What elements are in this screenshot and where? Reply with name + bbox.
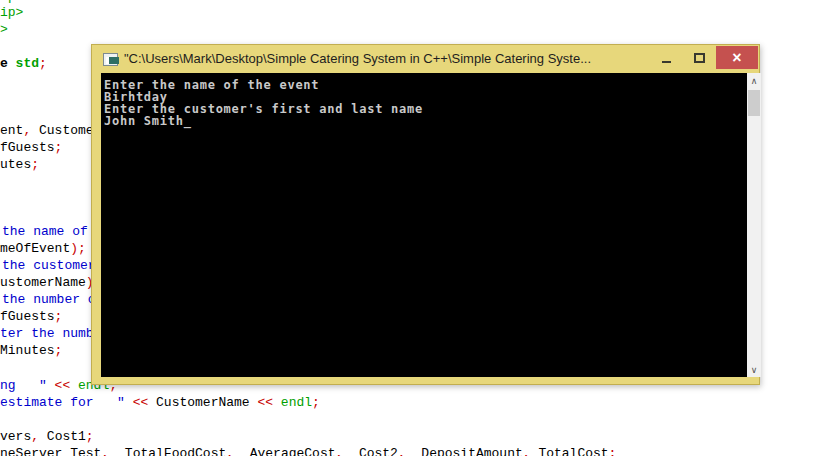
code-line: e std; [0, 55, 47, 72]
minimize-button[interactable] [650, 46, 683, 69]
code-segment: TotalCost [531, 446, 609, 456]
scrollbar[interactable]: ∧ ∨ [747, 73, 761, 377]
code-segment: ip> [0, 5, 23, 20]
code-segment: ustomerName [0, 275, 86, 290]
maximize-button[interactable] [683, 46, 716, 69]
code-segment: Cost2 [343, 446, 398, 456]
scrollbar-thumb[interactable] [748, 90, 760, 116]
code-segment: ter the numb [0, 326, 94, 341]
code-segment: , [31, 429, 39, 444]
code-segment: << [257, 395, 280, 410]
code-segment: ; [55, 343, 63, 358]
code-line: the customer [2, 257, 96, 274]
code-segment: e [0, 56, 16, 71]
code-segment: << [133, 395, 156, 410]
code-segment: ng " [0, 378, 55, 393]
code-segment: , [523, 446, 531, 456]
chevron-up-icon: ∧ [751, 76, 758, 86]
code-segment: meOfEvent [0, 241, 70, 256]
code-segment: , [226, 446, 234, 456]
code-line: vers, Cost1; [0, 428, 94, 445]
code-segment: fGuests [0, 309, 55, 324]
scrollbar-up-button[interactable]: ∧ [747, 73, 761, 88]
console-line: Enter the customer's first and last name [104, 103, 747, 115]
code-segment: CustomerName [156, 395, 257, 410]
code-line: the name of [2, 223, 96, 240]
code-segment: vers [0, 429, 31, 444]
console-app-icon [103, 53, 118, 66]
code-segment: ; [39, 56, 47, 71]
maximize-icon [694, 53, 705, 63]
code-line: neServer Test, TotalFoodCost, AverageCos… [0, 445, 616, 456]
console-app-icon-glyph [106, 57, 119, 64]
chevron-down-icon: ∨ [751, 365, 758, 375]
close-icon: × [732, 50, 741, 66]
code-line: ter the numb [0, 325, 94, 342]
code-line: Minutes; [0, 342, 62, 359]
console-cursor: _ [184, 114, 192, 128]
code-segment: << [55, 378, 78, 393]
code-segment: the name of [2, 224, 96, 239]
code-segment: AverageCost [234, 446, 335, 456]
code-segment: fGuests [0, 140, 55, 155]
code-line: ustomerName); [0, 274, 101, 291]
window-title: "C:\Users\Mark\Desktop\Simple Catering S… [124, 51, 591, 66]
code-line: the number o [2, 291, 96, 308]
code-line: utes; [0, 156, 39, 173]
code-line: estimate for " << CustomerName << endl; [0, 394, 320, 411]
close-button[interactable]: × [716, 46, 758, 69]
code-segment: neServer Test [0, 446, 101, 456]
code-segment: std [16, 56, 39, 71]
code-segment: > [0, 22, 8, 37]
code-line: meOfEvent); [0, 240, 86, 257]
console-input-echo: John Smith [104, 114, 184, 128]
console-output[interactable]: Enter the name of the event Birhtday Ent… [101, 73, 747, 377]
code-line: > [0, 21, 8, 38]
code-segment: Minutes [0, 343, 55, 358]
scrollbar-down-button[interactable]: ∨ [747, 362, 761, 377]
console-title-bar[interactable]: "C:\Users\Mark\Desktop\Simple Catering S… [92, 45, 759, 73]
code-segment: DepositAmount [406, 446, 523, 456]
code-segment: ; [31, 157, 39, 172]
code-segment: Cost1 [39, 429, 86, 444]
code-segment: ; [312, 395, 320, 410]
code-line: fGuests; [0, 308, 62, 325]
console-line: Enter the name of the event [104, 79, 747, 91]
code-line: ip> [0, 4, 23, 21]
code-segment: , [398, 446, 406, 456]
window-controls: × [650, 46, 758, 69]
code-segment: utes [0, 157, 31, 172]
code-segment: ; [86, 429, 94, 444]
code-segment: ; [609, 446, 617, 456]
minimize-icon [662, 61, 671, 63]
code-segment: estimate for " [0, 395, 133, 410]
code-segment: ent [0, 123, 23, 138]
code-segment: ); [70, 241, 86, 256]
screen: p>ip>>e std;ent, CustomerfGuests;utes;th… [0, 0, 840, 456]
code-segment: TotalFoodCost [109, 446, 226, 456]
code-segment: endl [281, 395, 312, 410]
code-segment: the number o [2, 292, 96, 307]
console-line: John Smith_ [104, 115, 747, 127]
console-window: "C:\Users\Mark\Desktop\Simple Catering S… [91, 44, 760, 385]
code-line: ent, Customer [0, 122, 101, 139]
code-segment: ; [55, 140, 63, 155]
code-segment: the customer [2, 258, 96, 273]
code-segment: ; [55, 309, 63, 324]
code-line: fGuests; [0, 139, 62, 156]
